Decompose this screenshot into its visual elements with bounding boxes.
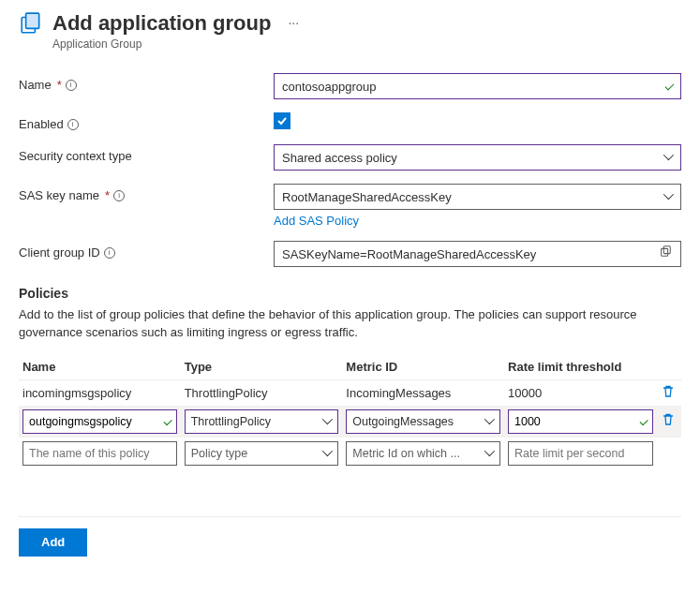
sas-key-select[interactable]: RootManageSharedAccessKey xyxy=(274,184,681,210)
policy-type-value: ThrottlingPolicy xyxy=(191,415,271,428)
policy-type-select[interactable]: ThrottlingPolicy xyxy=(185,409,339,434)
sas-key-label: SAS key name xyxy=(19,188,99,202)
client-group-id-input[interactable] xyxy=(274,241,681,267)
policy-name-input[interactable] xyxy=(22,441,177,466)
policies-table: Name Type Metric ID Rate limit threshold… xyxy=(19,354,681,469)
more-actions-button[interactable]: ··· xyxy=(282,11,305,34)
col-rate: Rate limit threshold xyxy=(504,354,657,380)
policy-type: ThrottlingPolicy xyxy=(181,379,343,406)
policy-type-select[interactable]: Policy type xyxy=(185,441,339,466)
info-icon[interactable]: i xyxy=(104,247,115,259)
required-star: * xyxy=(105,188,110,202)
chevron-down-icon xyxy=(322,449,332,458)
page-title: Add application group xyxy=(52,11,271,36)
add-button[interactable]: Add xyxy=(19,528,87,557)
policy-metric-placeholder: Metric Id on which ... xyxy=(352,447,460,460)
col-metric: Metric ID xyxy=(342,354,504,380)
policy-type-placeholder: Policy type xyxy=(191,447,247,460)
security-context-label: Security context type xyxy=(19,149,132,163)
chevron-down-icon xyxy=(322,417,332,426)
policy-metric-value: OutgoingMessages xyxy=(352,415,454,428)
enabled-checkbox[interactable] xyxy=(274,112,290,129)
policy-name-input[interactable] xyxy=(22,409,177,434)
policy-metric-select[interactable]: OutgoingMessages xyxy=(346,409,500,434)
policy-row-editing: ThrottlingPolicy OutgoingMessages xyxy=(19,406,681,438)
col-type: Type xyxy=(181,354,343,380)
policies-description: Add to the list of group policies that d… xyxy=(19,306,681,340)
add-sas-policy-link[interactable]: Add SAS Policy xyxy=(274,214,359,228)
policy-rate-input[interactable] xyxy=(508,409,653,434)
security-context-select[interactable]: Shared access policy xyxy=(274,144,681,171)
info-icon[interactable]: i xyxy=(66,80,77,91)
delete-icon[interactable] xyxy=(661,384,676,399)
app-group-icon xyxy=(19,11,43,38)
enabled-label: Enabled xyxy=(19,117,64,131)
svg-rect-1 xyxy=(26,13,39,28)
policy-rate: 10000 xyxy=(504,379,657,406)
page-subtitle: Application Group xyxy=(52,37,271,51)
policy-row: incomingmsgspolicy ThrottlingPolicy Inco… xyxy=(19,379,681,406)
copy-icon[interactable] xyxy=(659,245,676,261)
security-context-value: Shared access policy xyxy=(282,151,397,165)
svg-rect-2 xyxy=(662,249,668,257)
client-group-id-label: Client group ID xyxy=(19,245,100,260)
col-name: Name xyxy=(19,354,181,380)
policy-name: incomingmsgspolicy xyxy=(19,379,181,406)
sas-key-value: RootManageSharedAccessKey xyxy=(282,190,452,204)
policy-rate-input[interactable] xyxy=(508,441,653,466)
required-star: * xyxy=(57,78,62,92)
chevron-down-icon xyxy=(484,417,494,426)
policy-metric: IncomingMessages xyxy=(342,379,504,406)
info-icon[interactable]: i xyxy=(67,119,79,130)
info-icon[interactable]: i xyxy=(113,190,125,201)
policy-row-new: Policy type Metric Id on which ... xyxy=(19,438,681,469)
policies-heading: Policies xyxy=(19,286,681,301)
chevron-down-icon xyxy=(663,153,673,162)
name-label: Name xyxy=(19,78,52,92)
chevron-down-icon xyxy=(663,192,673,201)
svg-rect-3 xyxy=(663,246,670,254)
name-input[interactable] xyxy=(274,73,681,99)
chevron-down-icon xyxy=(484,449,494,458)
policy-metric-select[interactable]: Metric Id on which ... xyxy=(346,441,500,466)
delete-icon[interactable] xyxy=(661,412,676,427)
